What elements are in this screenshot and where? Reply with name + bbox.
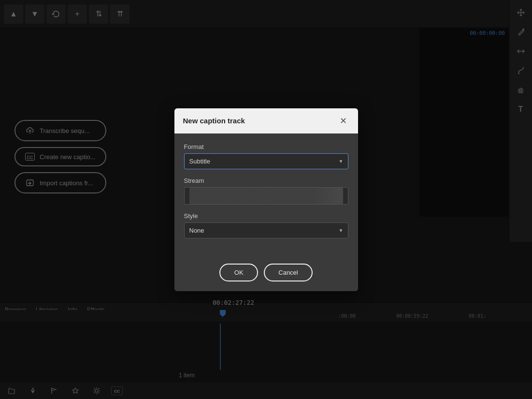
style-select[interactable]: None Default Custom — [184, 222, 348, 238]
stream-label: Stream — [184, 177, 348, 184]
stream-inner — [189, 188, 343, 204]
cancel-button[interactable]: Cancel — [264, 264, 312, 281]
style-select-wrapper: None Default Custom — [184, 222, 348, 238]
stream-group: Stream — [184, 177, 348, 205]
style-group: Style None Default Custom — [184, 212, 348, 238]
format-select-wrapper: Subtitle CEA-608 CEA-708 Teletext — [184, 153, 348, 169]
dialog-header: New caption track ✕ — [174, 108, 358, 133]
dialog-close-btn[interactable]: ✕ — [338, 115, 349, 127]
format-label: Format — [184, 143, 348, 150]
style-label: Style — [184, 212, 348, 220]
dialog-footer: OK Cancel — [174, 256, 358, 291]
new-caption-track-dialog: New caption track ✕ Format Subtitle CEA-… — [174, 108, 358, 291]
stream-field — [184, 187, 348, 205]
dialog-body: Format Subtitle CEA-608 CEA-708 Teletext… — [174, 133, 358, 256]
format-select[interactable]: Subtitle CEA-608 CEA-708 Teletext — [184, 153, 348, 169]
dialog-title: New caption track — [183, 117, 245, 125]
dialog-overlay: New caption track ✕ Format Subtitle CEA-… — [0, 0, 532, 399]
ok-button[interactable]: OK — [219, 264, 258, 281]
format-group: Format Subtitle CEA-608 CEA-708 Teletext — [184, 143, 348, 169]
